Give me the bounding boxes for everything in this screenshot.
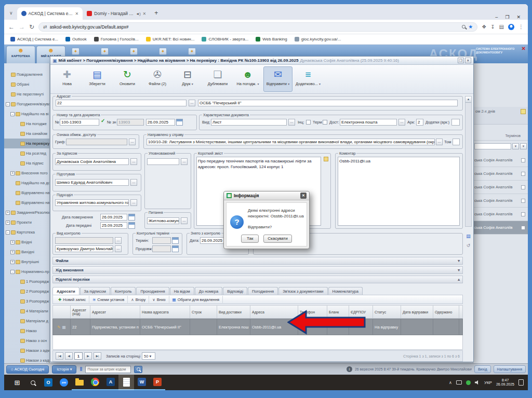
pidrozdil-lookup-button[interactable]: ... bbox=[130, 199, 137, 206]
sidebar-item[interactable]: + Внутрішні bbox=[4, 257, 49, 267]
vyd-kontroliu-lookup-button[interactable]: ... bbox=[115, 237, 122, 244]
page-next-button[interactable]: ▶ bbox=[84, 352, 92, 360]
mini-save-icon[interactable]: ▤ bbox=[465, 233, 472, 240]
nav-tab-stub-icon[interactable]: ✦ bbox=[101, 48, 109, 55]
profile-avatar[interactable] bbox=[508, 24, 514, 30]
adresat-code-field[interactable]: 22 bbox=[56, 100, 187, 106]
popup-close-button[interactable]: ✕ bbox=[465, 58, 471, 63]
section-faily[interactable]: Файли ▾ bbox=[52, 257, 463, 265]
document-app-icon[interactable] bbox=[118, 375, 134, 390]
sidebar-item[interactable]: + Вихідні bbox=[4, 247, 49, 257]
calendar-icon[interactable] bbox=[176, 119, 183, 126]
section-pidlehli-pereliky[interactable]: Підлеглі переліки ▴ bbox=[52, 276, 463, 283]
detail-tab[interactable]: На відом bbox=[170, 287, 194, 295]
za-pidpysom-field[interactable]: Дунаєвська Софія Анатоліївна bbox=[55, 158, 129, 165]
window-minimize-button[interactable]: – bbox=[495, 15, 498, 20]
settings-button[interactable]: Налаштування bbox=[494, 365, 526, 373]
nav-tab-stub-icon[interactable]: ✦ bbox=[188, 48, 196, 55]
bookmark-item[interactable]: Outlook bbox=[65, 37, 87, 42]
sidebar-item[interactable]: На перевірку bbox=[4, 139, 49, 148]
language-indicator[interactable]: УКР bbox=[484, 380, 492, 385]
detail-tab[interactable]: За підписом bbox=[80, 287, 110, 295]
detail-tab[interactable]: Номенклатура bbox=[328, 287, 363, 295]
pidhotuvav-field[interactable]: Шимко Едуард Анатолійович bbox=[55, 179, 129, 186]
bookmark-item[interactable]: АСКОД | Система е... bbox=[10, 37, 58, 42]
pause-icon[interactable]: ‖ bbox=[79, 366, 82, 372]
dost-lookup-button[interactable]: ... bbox=[398, 119, 405, 126]
dod-field[interactable] bbox=[451, 119, 460, 126]
toolbar-button[interactable]: ▤ Зберегти bbox=[83, 66, 112, 92]
sidebar-item[interactable]: Накази з кадрових питань bbox=[4, 355, 49, 363]
tree-expander-icon[interactable]: - bbox=[6, 102, 10, 106]
tree-expander-icon[interactable]: - bbox=[6, 230, 10, 235]
status-tray-icon[interactable] bbox=[466, 380, 471, 385]
sidebar-item[interactable]: + Вхідні bbox=[4, 237, 49, 247]
window-restore-button[interactable]: ❐ bbox=[505, 15, 509, 20]
askod-app-icon[interactable]: A bbox=[103, 375, 118, 390]
bookmark-star-icon[interactable]: ★ bbox=[468, 24, 473, 30]
list-item[interactable]: ська Софія Анатоліїв bbox=[473, 167, 528, 181]
table-toolbar-button[interactable]: ≋ Схеми установ bbox=[89, 296, 128, 303]
sidebar-item[interactable]: Відправлено на bbox=[4, 188, 49, 198]
table-column-header[interactable]: Дата відправки bbox=[401, 306, 433, 318]
bookmark-item[interactable]: UKR.NET: Всі новин... bbox=[146, 37, 195, 42]
nav-tab-kartoteka[interactable]: ☻ КАРТОТЕКА bbox=[6, 46, 35, 63]
new-tab-button[interactable]: + bbox=[150, 9, 162, 20]
start-button[interactable]: ⊞ bbox=[9, 375, 25, 390]
ark-field[interactable]: 2 bbox=[416, 119, 423, 126]
adresat-name-field[interactable]: ОСББ "Печерський ІІ" bbox=[198, 100, 458, 106]
sidebar-item[interactable]: 2 Розпорядж bbox=[4, 286, 49, 296]
sidebar-item[interactable]: На підпис bbox=[4, 158, 49, 168]
calendar-icon[interactable] bbox=[128, 222, 135, 229]
reload-icon[interactable]: ↻ bbox=[29, 23, 34, 31]
taskbar-clock[interactable]: 8:4726.09.2025 bbox=[496, 378, 514, 387]
table-toolbar-button[interactable]: ✚ Новий запис bbox=[55, 296, 89, 303]
sidebar-item[interactable]: Відправлено на bbox=[4, 198, 49, 208]
tab-search-icon[interactable]: ∨ bbox=[7, 10, 17, 20]
page-size-select[interactable]: 50 ▾ bbox=[142, 352, 155, 360]
sprava-field[interactable]: 100/10-28: Листування з Міністерствами, … bbox=[147, 139, 435, 145]
calendar-icon[interactable] bbox=[128, 214, 135, 221]
detail-tab[interactable]: Контроль bbox=[111, 287, 136, 295]
table-column-header[interactable]: Адресат bbox=[90, 306, 140, 318]
detail-tab[interactable]: Зв'язок з документами bbox=[278, 287, 327, 295]
bookmark-item[interactable]: Головна | Голосіїв... bbox=[94, 37, 139, 42]
doc-date-field[interactable]: 26.09.2025 bbox=[146, 119, 175, 126]
detail-tab[interactable]: Адресати bbox=[52, 287, 79, 295]
back-icon[interactable]: ← bbox=[8, 23, 15, 31]
table-toolbar-button[interactable]: ▦ Обрати для видалення bbox=[169, 296, 223, 303]
sidebar-item[interactable]: - Нормативно-пр bbox=[4, 267, 49, 277]
bookmark-item[interactable]: Web Banking bbox=[256, 37, 287, 42]
controller-lookup-button[interactable]: ... bbox=[115, 245, 122, 252]
row-checkbox[interactable] bbox=[521, 172, 525, 176]
dropdown-arrow-icon[interactable]: ▾ bbox=[258, 83, 259, 86]
dialog-close-icon[interactable]: ✕ bbox=[300, 193, 307, 199]
history-button[interactable]: Історія ▾ bbox=[52, 365, 76, 374]
display-tray-icon[interactable] bbox=[456, 380, 462, 385]
tree-expander-icon[interactable]: + bbox=[10, 250, 15, 254]
forward-icon[interactable]: → bbox=[19, 23, 25, 31]
chrome-icon[interactable] bbox=[87, 375, 103, 390]
za-pidpysom-lookup-button[interactable]: ... bbox=[130, 158, 137, 165]
pidhotuvav-lookup-button[interactable]: ... bbox=[130, 179, 137, 186]
upovnovazhenyi-lookup-button[interactable]: ... bbox=[181, 158, 188, 165]
dropdown-arrow-icon[interactable]: ▾ bbox=[192, 83, 193, 86]
sidebar-item[interactable]: Обрані bbox=[4, 79, 49, 89]
list-item[interactable]: ська Софія Анатоліїв bbox=[473, 221, 528, 235]
filter-icon[interactable]: ▼ bbox=[520, 143, 527, 149]
table-toolbar-button[interactable]: ∧ Вгору bbox=[128, 296, 149, 303]
gryf-lookup-button[interactable]: ... bbox=[129, 139, 136, 145]
row-checkbox[interactable] bbox=[521, 199, 525, 203]
toolbar-button[interactable]: ✇ Файли (2) bbox=[143, 66, 172, 92]
sidebar-item[interactable]: 3 Розпорядж bbox=[4, 296, 49, 306]
return-date-field[interactable]: 26.09.2025 bbox=[100, 214, 127, 221]
adresat-lookup-button[interactable]: ... bbox=[189, 100, 195, 106]
inc-checkbox[interactable] bbox=[306, 120, 311, 125]
session-status-text[interactable]: 26 вересня 2025 8:47 39-й тиждень. Криво… bbox=[355, 367, 472, 371]
komentar-textarea[interactable]: Osbb-2011@i.ua bbox=[338, 157, 460, 226]
word-icon[interactable]: W bbox=[134, 375, 150, 390]
sidebar-item[interactable]: Не переглянуті bbox=[4, 89, 49, 99]
toolbar-button[interactable]: ↻ Оновити bbox=[113, 66, 142, 92]
outlook-icon[interactable]: O bbox=[41, 375, 56, 390]
filter-input[interactable] bbox=[474, 143, 511, 149]
